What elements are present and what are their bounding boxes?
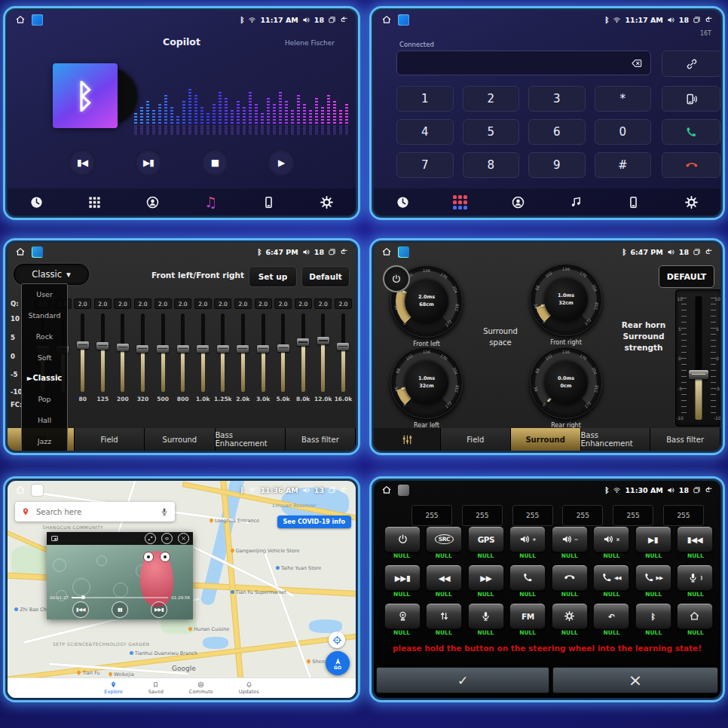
default-button[interactable]: Default: [301, 266, 350, 287]
sw-key-prev-track[interactable]: ▮◀◀: [677, 526, 713, 552]
back-icon[interactable]: [340, 15, 348, 24]
band-slider-knob[interactable]: [177, 345, 189, 353]
home-icon[interactable]: [381, 246, 392, 257]
maps-nav-explore[interactable]: Explore: [104, 681, 122, 695]
tab-field[interactable]: Field: [75, 428, 145, 451]
previous-button[interactable]: ▮◀: [69, 149, 96, 176]
preset-option-pop[interactable]: Pop: [38, 395, 50, 403]
backspace-icon[interactable]: [629, 57, 644, 69]
recents-icon[interactable]: [328, 485, 336, 494]
back-icon[interactable]: [340, 247, 348, 256]
sw-key-home[interactable]: [677, 603, 713, 629]
answer-call-button[interactable]: [662, 119, 720, 145]
map-search-bar[interactable]: [15, 502, 175, 522]
dial-rear-left[interactable]: 034681021361702042382721.0ms32cmRear lef…: [390, 347, 463, 419]
band-slider[interactable]: [181, 314, 185, 392]
sw-key-src[interactable]: SRC: [426, 526, 462, 552]
maps-nav-commute[interactable]: Commute: [189, 681, 213, 695]
sw-key-phone-prev[interactable]: ◀◀: [593, 564, 629, 591]
video-progress[interactable]: 00:01:27 01:29:56: [47, 595, 193, 600]
key-3[interactable]: 3: [528, 86, 586, 112]
pair-device-button[interactable]: [662, 50, 720, 77]
sw-key-rewind[interactable]: ◀◀: [426, 564, 462, 591]
next-button[interactable]: ▶▮: [135, 149, 162, 176]
band-slider[interactable]: [241, 314, 245, 392]
covid-info-button[interactable]: See COVID-19 info: [277, 515, 351, 528]
key-6[interactable]: 6: [528, 119, 586, 145]
key-0[interactable]: 0: [595, 119, 652, 145]
my-location-button[interactable]: [329, 632, 345, 648]
recents-icon[interactable]: [693, 485, 701, 494]
sw-key-vol-down[interactable]: −: [552, 526, 588, 552]
audio-transfer-button[interactable]: [662, 86, 720, 112]
sw-key-phone-next[interactable]: ▶▶: [635, 564, 671, 591]
sw-key-undo[interactable]: ↶: [593, 603, 629, 629]
video-next-button[interactable]: ▶▶▮: [151, 601, 167, 618]
number-input[interactable]: [397, 57, 629, 69]
search-input[interactable]: [35, 507, 155, 517]
floating-video-player[interactable]: 00:01:27 01:29:56 ▮◀◀ ▮▮ ▶▶▮: [47, 532, 193, 619]
sw-key-next-track[interactable]: ▶▶▮: [384, 564, 421, 591]
home-icon[interactable]: [381, 14, 392, 25]
play-button[interactable]: ▶: [268, 149, 295, 176]
stop-button[interactable]: ■: [201, 149, 228, 176]
maps-nav-saved[interactable]: Saved: [148, 681, 164, 695]
nav-settings[interactable]: [681, 191, 703, 213]
sw-key-voice[interactable]: ): [677, 564, 713, 591]
band-slider-knob[interactable]: [136, 345, 148, 353]
preset-option-user[interactable]: User: [36, 290, 53, 298]
band-slider[interactable]: [121, 314, 124, 392]
band-slider-knob[interactable]: [96, 342, 109, 350]
sw-key-fast-forward[interactable]: ▶▶: [468, 564, 504, 591]
nav-clock[interactable]: [26, 191, 48, 213]
sw-key-play-pause[interactable]: ▶▮: [635, 526, 671, 552]
band-slider[interactable]: [161, 314, 165, 392]
key-7[interactable]: 7: [396, 152, 454, 178]
go-button[interactable]: GO: [326, 651, 350, 675]
sw-key-bluetooth[interactable]: ᛒ: [635, 603, 671, 629]
band-slider-knob[interactable]: [337, 343, 349, 350]
sw-key-vol-up[interactable]: +: [509, 526, 546, 552]
preset-option-hall[interactable]: Hall: [38, 416, 51, 424]
key-#[interactable]: #: [595, 152, 652, 178]
video-pause-button[interactable]: ▮▮: [112, 601, 128, 618]
band-slider-knob[interactable]: [197, 345, 209, 353]
tab-bass-filter[interactable]: Bass filter: [650, 428, 720, 451]
band-slider-knob[interactable]: [117, 344, 129, 351]
slider-knob[interactable]: [689, 370, 708, 379]
key-2[interactable]: 2: [463, 86, 520, 112]
tab-surround[interactable]: Surround: [511, 428, 581, 451]
cancel-button[interactable]: ×: [552, 667, 718, 693]
slider-track[interactable]: [696, 296, 702, 420]
sw-key-settings[interactable]: [552, 603, 588, 629]
video-expand-button[interactable]: [145, 533, 156, 544]
band-slider-knob[interactable]: [77, 341, 89, 349]
home-icon[interactable]: [15, 14, 26, 25]
preset-option-rock[interactable]: Rock: [36, 332, 54, 341]
band-slider-knob[interactable]: [257, 345, 269, 353]
tab-field[interactable]: Field: [441, 428, 511, 451]
band-slider[interactable]: [321, 314, 325, 392]
band-slider-knob[interactable]: [157, 345, 169, 353]
preset-option-soft[interactable]: Soft: [38, 353, 52, 362]
nav-phonelink[interactable]: [622, 191, 645, 213]
nav-phonelink[interactable]: [258, 191, 280, 213]
band-slider[interactable]: [262, 314, 265, 392]
dial-front-right[interactable]: 034681021361702042382721.0ms32cmFront ri…: [530, 264, 602, 336]
sw-key-fader[interactable]: [426, 603, 462, 629]
preset-option-classic[interactable]: ►Classic: [27, 374, 62, 382]
key-9[interactable]: 9: [528, 152, 586, 178]
band-slider[interactable]: [301, 314, 305, 392]
home-icon[interactable]: [381, 485, 392, 495]
nav-contacts[interactable]: [507, 191, 530, 213]
recents-icon[interactable]: [328, 15, 336, 24]
band-slider[interactable]: [281, 314, 285, 392]
tab-equalizer[interactable]: [374, 428, 441, 451]
recents-icon[interactable]: [328, 247, 336, 256]
key-1[interactable]: 1: [396, 86, 454, 112]
tab-bass-filter[interactable]: Bass filter: [286, 428, 356, 451]
nav-settings[interactable]: [316, 191, 338, 213]
sw-key-fm[interactable]: FM: [509, 603, 546, 629]
maps-nav-updates[interactable]: Updates: [239, 681, 259, 695]
key-*[interactable]: *: [595, 86, 652, 112]
